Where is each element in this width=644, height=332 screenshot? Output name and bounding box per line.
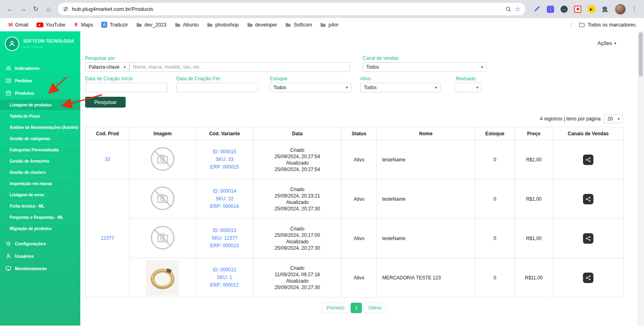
chevron-down-icon: ▾ [124,65,126,69]
bookmark-label: p4m [328,22,338,28]
sidebar-item-produtos[interactable]: Produtos [0,87,80,99]
stock-cell: 0 [475,258,515,297]
product-photo [146,260,179,295]
page-size-select[interactable]: 20 ▾ [604,114,623,123]
pagination-first-button[interactable]: Primeiro [322,303,349,313]
sales-channel-icon[interactable] [583,194,593,204]
back-icon[interactable]: ← [4,3,16,15]
bookmark-folder-p4m[interactable]: p4m [316,20,342,29]
actions-dropdown[interactable]: Ações ▾ [597,40,616,46]
sidebar-item-gestao-de-categorias[interactable]: Gestão de categorias [0,133,80,144]
sidebar-item-usuarios[interactable]: Usuários [0,250,80,262]
channels-cell [553,258,624,297]
bookmark-star-icon[interactable]: ☆ [515,5,520,13]
variant-erp-link[interactable]: ERP: 000015 [196,163,253,171]
sidebar-item-listagem-de-erros[interactable]: Listagem de erros [0,189,80,200]
bookmark-folder-dev2023[interactable]: dev_2023 [132,20,170,29]
sidebar-item-ficha-tecnica-ml[interactable]: Ficha técnica - ML [0,200,80,212]
reviewed-select[interactable]: ▾ [456,83,482,92]
created-value: 11/09/2024, 09:27:18 [254,271,341,278]
sidebar-item-gestao-de-armazens[interactable]: Gestão de Armazéns [0,155,80,167]
site-settings-icon[interactable] [63,6,69,12]
sidebar-item-tabela-de-preco[interactable]: Tabela de Preço [0,110,80,122]
sales-channel-icon[interactable] [583,233,593,244]
sidebar-item-perguntas-respostas-ml[interactable]: Perguntas e Respostas - ML [0,212,80,223]
sidebar-item-categorias-personalizada[interactable]: Categorias Personalizada [0,144,80,155]
variant-sku-link[interactable]: SKU: 22 [196,195,253,203]
bookmark-folder-abuntu[interactable]: Abuntu [171,20,203,29]
sidebar-item-monitoramento[interactable]: Monitoramento [0,262,80,275]
bookmark-label: developer [255,22,277,28]
product-code-cell: 12377 [86,179,130,297]
variant-sku-link[interactable]: SKU: 33 [196,156,253,163]
pagination-page-1-button[interactable]: 1 [351,303,362,313]
variant-erp-link[interactable]: ERP: 000014 [196,203,253,210]
product-code-link[interactable]: 12377 [86,234,129,242]
vertical-scrollbar[interactable] [638,31,644,326]
pagination-last-button[interactable]: Último [364,303,386,313]
blocker-extension-icon[interactable]: – [560,5,568,13]
sidebar-item-gestao-de-clusters[interactable]: Gestão de clusters [0,167,80,178]
browser-menu-icon[interactable]: ⋮ [631,5,638,13]
sidebar-item-pedidos[interactable]: Pedidos [0,74,80,87]
sidebar-item-label: Configurações [15,241,46,246]
home-icon[interactable]: ⌂ [43,3,55,15]
recorder-extension-icon[interactable] [574,5,582,13]
zoom-icon[interactable] [505,6,512,12]
products-box-icon [6,90,11,96]
extensions-puzzle-icon[interactable] [601,5,609,13]
bookmark-gmail[interactable]: M Gmail [5,20,32,29]
sidebar-item-listagem-de-produtos[interactable]: Listagem de produtos [0,99,80,110]
sidebar-item-configuracoes[interactable]: Configurações [0,237,80,250]
search-button[interactable]: Pesquisar [85,97,126,108]
lightning-extension-icon[interactable]: ▶ [587,5,595,13]
variant-sku-link[interactable]: SKU: 12377 [196,234,253,242]
variant-id-link[interactable]: ID: 000014 [196,187,253,195]
keyword-input[interactable] [129,62,350,72]
sidebar-item-analise-kardex[interactable]: Análise de Movimentações (Kardex) [0,122,80,133]
pen-extension-icon[interactable] [533,5,541,13]
forward-icon[interactable]: → [17,3,29,15]
sales-channel-select[interactable]: Todos ▾ [363,62,487,72]
download-extension-icon[interactable]: ↓ [546,5,554,13]
variant-erp-link[interactable]: ERP: 000012 [196,281,253,289]
search-type-select[interactable]: Palavra-chave ▾ [85,62,129,72]
bookmark-label: Maps [81,22,94,28]
created-label: Criado [254,147,341,153]
bookmark-maps[interactable]: Maps [70,21,97,29]
variant-erp-link[interactable]: ERP: 000013 [196,242,253,250]
sales-channel-icon[interactable] [583,155,593,165]
monitor-icon [6,266,11,271]
active-select[interactable]: Todos ▾ [360,83,440,92]
user-avatar[interactable] [5,37,19,51]
bookmark-youtube[interactable]: ▶ YouTube [33,21,69,29]
bookmark-folder-developer[interactable]: developer [243,20,281,29]
url-bar[interactable]: hub.plug4market.com.br/Products ☆ [58,3,525,15]
sales-channel-value: Todos [366,64,379,70]
sidebar-item-label: Perguntas e Respostas - ML [10,215,63,220]
updated-label: Atualizado [254,278,341,284]
sidebar-item-importacao-em-massa[interactable]: Importação em massa [0,178,80,189]
date-start-input[interactable] [85,83,167,92]
refresh-icon[interactable]: ↻ [30,3,42,15]
product-code-link[interactable]: 33 [86,156,129,163]
folder-icon [207,22,213,28]
sidebar-item-indicadores[interactable]: Indicadores [0,62,80,74]
bookmark-translate[interactable]: A Traduzir [98,20,131,29]
stock-select[interactable]: Todos ▾ [270,83,351,92]
date-end-input[interactable] [176,83,258,92]
profile-avatar[interactable] [615,4,626,14]
variant-id-link[interactable]: ID: 000012 [196,266,253,274]
variant-id-link[interactable]: ID: 000013 [196,227,253,234]
status-cell: Ativo [342,179,377,219]
sales-channel-icon[interactable] [583,273,593,283]
all-bookmarks-button[interactable]: Todos os marcadores [575,20,639,29]
reviewed-label: Revisado [456,76,476,81]
bookmark-folder-photoshop[interactable]: photoshop [203,20,242,29]
price-cell: R$11,00 [515,258,553,297]
sidebar-item-migracao-de-produtos[interactable]: Migração de produtos [0,223,80,234]
scrollbar-thumb[interactable] [639,33,643,77]
variant-sku-link[interactable]: SKU: 1 [196,274,253,281]
bookmark-folder-softcom[interactable]: Softcom [281,20,316,29]
variant-id-link[interactable]: ID: 000015 [196,148,253,156]
